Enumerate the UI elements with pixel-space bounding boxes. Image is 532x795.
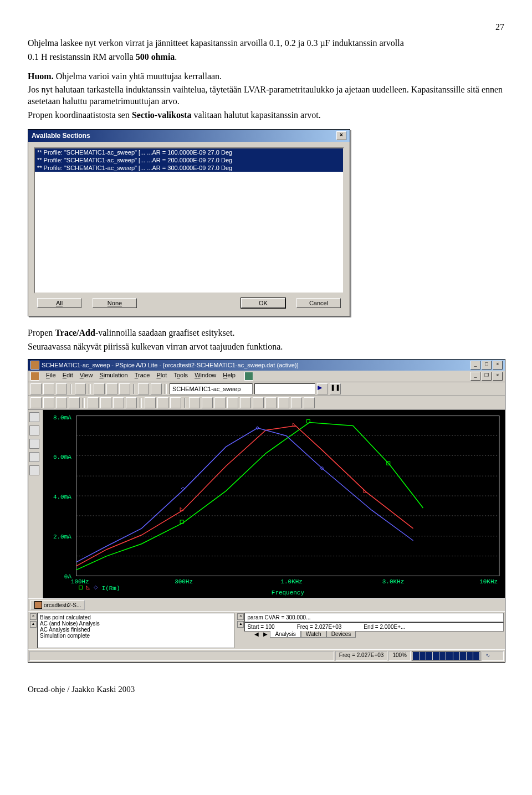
text-bold: Sectio-valikosta <box>132 110 192 120</box>
list-item[interactable]: ** Profile: "SCHEMATIC1-ac_sweep" [... .… <box>35 164 343 172</box>
zoom-out-icon[interactable] <box>43 397 54 408</box>
print-icon[interactable] <box>75 383 86 394</box>
save-icon[interactable] <box>56 383 67 394</box>
tool-icon[interactable] <box>240 397 251 408</box>
mdi-restore-icon[interactable]: ❐ <box>482 372 492 381</box>
maximize-icon[interactable]: □ <box>482 361 492 370</box>
tool-icon[interactable] <box>202 397 213 408</box>
svg-text:10KHz: 10KHz <box>479 579 498 586</box>
sidebar-icon[interactable] <box>29 412 39 422</box>
mdi-close-icon[interactable]: × <box>493 372 503 381</box>
minimize-icon[interactable]: _ <box>470 361 480 370</box>
cut-icon[interactable] <box>94 383 105 394</box>
pause-icon[interactable]: ❚❚ <box>330 383 341 394</box>
status-bar: Freq = 2.027E+03 100% ∿ <box>28 649 505 662</box>
paragraph-2: 0.1 H resistanssin RM arvolla 500 ohmia. <box>28 52 504 63</box>
mdi-minimize-icon[interactable]: _ <box>470 372 480 381</box>
close-icon[interactable]: × <box>30 613 37 620</box>
zoom-fit-icon[interactable] <box>69 397 80 408</box>
close-icon[interactable]: × <box>237 613 244 620</box>
ok-button[interactable]: OK <box>241 298 285 308</box>
status-cell <box>29 651 334 661</box>
log-y-icon[interactable] <box>126 397 137 408</box>
list-item[interactable]: ** Profile: "SCHEMATIC1-ac_sweep" [... .… <box>35 156 343 164</box>
paragraph-6: Propen Trace/Add-valinnoilla saadaan gra… <box>28 327 504 339</box>
svg-text:3.0KHz: 3.0KHz <box>382 579 404 586</box>
schematic-combo[interactable]: SCHEMATIC1-ac_sweep <box>170 383 253 394</box>
sections-listbox[interactable]: ** Profile: "SCHEMATIC1-ac_sweep" [... .… <box>34 147 344 294</box>
sidebar-icon[interactable] <box>29 439 39 449</box>
menu-trace[interactable]: Trace <box>135 372 150 381</box>
menu-file[interactable]: File <box>46 372 56 381</box>
param-pane[interactable]: param CVAR = 300.000... <box>244 613 504 622</box>
sidebar-icon[interactable] <box>29 452 39 462</box>
tool-icon[interactable] <box>170 397 181 408</box>
svg-text:4.0mA: 4.0mA <box>53 494 71 500</box>
document-tab[interactable]: orcadtesti2-S... <box>30 600 85 610</box>
log-x-icon[interactable] <box>113 397 124 408</box>
tool-icon[interactable] <box>157 397 168 408</box>
menu-window[interactable]: Window <box>195 372 216 381</box>
close-icon[interactable]: × <box>336 131 346 140</box>
sidebar-icon[interactable] <box>29 425 39 435</box>
activity-icon: ∿ <box>482 651 504 661</box>
menu-edit[interactable]: Edit <box>63 372 73 381</box>
tool-icon[interactable] <box>30 383 42 394</box>
tool-icon[interactable] <box>304 397 315 408</box>
undo-icon[interactable] <box>138 383 149 394</box>
menu-view[interactable]: View <box>80 372 93 381</box>
tab-watch[interactable]: Watch <box>301 631 326 638</box>
tool-icon[interactable] <box>100 397 111 408</box>
left-sidebar <box>28 410 43 598</box>
help-icon[interactable] <box>244 372 253 381</box>
text: Ohjelma varioi vain yhtä muuttujaa kerra… <box>54 71 222 81</box>
menu-simulation[interactable]: Simulation <box>99 372 127 381</box>
dialog-titlebar: Available Sections × <box>28 130 350 142</box>
paragraph-1: Ohjelma laskee nyt verkon virrat ja jänn… <box>28 38 504 49</box>
copy-icon[interactable] <box>106 383 117 394</box>
list-item[interactable]: ** Profile: "SCHEMATIC1-ac_sweep" [... .… <box>35 148 343 156</box>
text: µ <box>320 38 325 48</box>
tool-icon[interactable] <box>227 397 238 408</box>
arrow-icon[interactable]: ▲ <box>237 621 244 628</box>
log-line: AC (and Noise) Analysis <box>40 620 232 627</box>
close-icon[interactable]: × <box>493 361 503 370</box>
tab-analysis[interactable]: Analysis <box>270 631 300 638</box>
text-bold: Huom. <box>28 71 54 81</box>
log-line: Bias point calculated <box>40 614 232 620</box>
log-pane[interactable]: Bias point calculated AC (and Noise) Ana… <box>37 613 234 648</box>
tool-icon[interactable] <box>189 397 200 408</box>
empty-combo[interactable] <box>254 383 315 394</box>
summary-start: Start = 100 <box>247 624 274 630</box>
cancel-button[interactable]: Cancel <box>296 298 341 308</box>
paste-icon[interactable] <box>119 383 130 394</box>
tool-icon[interactable] <box>291 397 302 408</box>
summary-pane[interactable]: Start = 100 Freq = 2.027E+03 End = 2.000… <box>244 622 504 632</box>
plot-area[interactable]: 8.0mA 6.0mA 4.0mA 2.0mA 0A 100Hz 300Hz 1… <box>43 410 505 598</box>
tool-icon[interactable] <box>214 397 226 408</box>
svg-marker-28 <box>364 489 367 493</box>
menu-help[interactable]: Help <box>223 372 236 381</box>
tool-icon[interactable] <box>278 397 289 408</box>
open-icon[interactable] <box>43 383 54 394</box>
zoom-area-icon[interactable] <box>56 397 67 408</box>
svg-marker-21 <box>94 586 98 589</box>
sidebar-icon[interactable] <box>29 465 39 475</box>
zoom-in-icon[interactable] <box>30 397 42 408</box>
run-icon[interactable]: ▶ <box>317 383 328 394</box>
menu-tools[interactable]: Tools <box>173 372 188 381</box>
tool-icon[interactable] <box>253 397 264 408</box>
none-button[interactable]: None <box>93 298 137 308</box>
tool-icon[interactable] <box>265 397 277 408</box>
text: F induktanssin arvolla <box>325 38 404 48</box>
text: 0.1 H resistanssin RM arvolla <box>28 52 136 61</box>
tool-icon[interactable] <box>145 397 156 408</box>
tool-icon[interactable] <box>88 397 99 408</box>
tab-devices[interactable]: Devices <box>326 631 356 638</box>
svg-text:300Hz: 300Hz <box>175 579 193 586</box>
document-bar: orcadtesti2-S... <box>28 598 505 611</box>
menu-plot[interactable]: Plot <box>156 372 167 381</box>
redo-icon[interactable] <box>151 383 162 394</box>
arrow-icon[interactable]: ▲ <box>30 621 37 628</box>
all-button[interactable]: All <box>37 298 81 308</box>
